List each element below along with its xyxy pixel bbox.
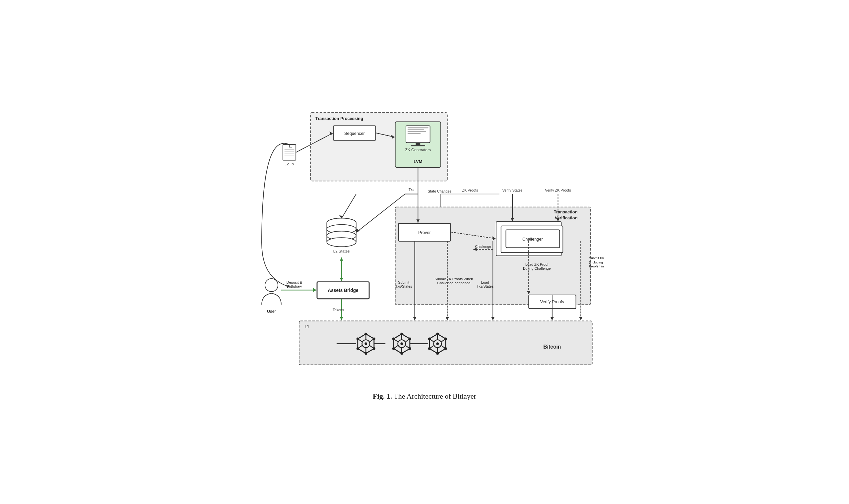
submit-zk2-label: Challenge happened — [437, 281, 471, 285]
verify-zk-label: Verify ZK Proofs — [545, 188, 571, 192]
svg-marker-116 — [491, 317, 495, 320]
tp-title: Transaction Processing — [315, 116, 363, 121]
deposit-withdraw-label: Deposit & — [287, 280, 302, 284]
sequencer-label: Sequencer — [344, 130, 365, 136]
svg-marker-103 — [340, 278, 343, 281]
svg-marker-102 — [340, 257, 343, 261]
load-txs2-label: Txs/States — [477, 284, 494, 288]
svg-point-45 — [364, 342, 367, 345]
svg-point-58 — [409, 347, 411, 349]
svg-point-76 — [428, 347, 431, 349]
load-zk2-label: During Challenge — [523, 266, 551, 270]
state-changes-label: State Changes — [428, 189, 452, 193]
svg-point-41 — [373, 347, 376, 349]
figure-label: Fig. 1. — [373, 392, 392, 400]
challenge-label: Challenge — [475, 244, 491, 248]
page-container: Transaction Processing Sequencer ZK Gene… — [226, 84, 623, 420]
svg-point-57 — [409, 337, 411, 340]
svg-point-44 — [357, 337, 359, 340]
svg-point-39 — [364, 332, 367, 335]
diagram-area: Transaction Processing Sequencer ZK Gene… — [245, 97, 604, 382]
fraud-label3: Proof) if invalid — [589, 265, 604, 268]
l2states-label: L2 States — [333, 249, 350, 253]
fraud-label2: (including the ZK — [589, 260, 604, 264]
svg-rect-7 — [408, 129, 424, 130]
svg-marker-105 — [340, 317, 343, 320]
svg-marker-91 — [356, 228, 360, 232]
svg-point-60 — [392, 347, 395, 349]
load-zk-label: Load ZK Proof — [525, 262, 549, 266]
lvm-label: LVM — [414, 159, 422, 164]
svg-marker-108 — [413, 317, 417, 320]
challenger-label: Challenger — [522, 236, 543, 241]
svg-point-40 — [373, 337, 376, 340]
user-label: User — [267, 308, 276, 313]
svg-marker-100 — [313, 288, 316, 292]
fraud-label1: Submit Fraud Proofs — [589, 256, 604, 259]
svg-point-78 — [436, 342, 439, 345]
bitcoin-label: Bitcoin — [543, 344, 561, 349]
l2tx-label: L2 Tx — [284, 162, 294, 166]
svg-point-61 — [392, 337, 395, 340]
svg-rect-6 — [408, 127, 429, 128]
svg-point-73 — [445, 337, 447, 340]
svg-point-74 — [445, 347, 447, 349]
verify-states-label: Verify States — [502, 188, 523, 192]
svg-point-62 — [400, 342, 403, 345]
svg-point-72 — [436, 332, 439, 335]
zk-gen-label: ZK Generators — [405, 147, 431, 151]
svg-point-56 — [400, 332, 403, 335]
tv-title: Transaction — [554, 210, 578, 214]
svg-point-77 — [428, 337, 431, 340]
svg-rect-9 — [408, 133, 420, 134]
prover-label: Prover — [418, 230, 431, 235]
svg-marker-124 — [551, 317, 554, 320]
zk-proofs-label: ZK Proofs — [462, 188, 478, 192]
figure-caption: Fig. 1. The Architecture of Bitlayer — [245, 392, 604, 401]
svg-rect-4 — [416, 143, 420, 145]
tokens-label: Tokens — [333, 307, 344, 311]
svg-rect-5 — [411, 145, 425, 146]
svg-point-59 — [400, 352, 403, 355]
architecture-diagram: Transaction Processing Sequencer ZK Gene… — [245, 97, 604, 382]
submit-zk-label: Submit ZK Proofs When — [434, 277, 473, 281]
figure-text: The Architecture of Bitlayer — [392, 392, 476, 400]
submit-txs2-label: Txs/States — [395, 284, 413, 288]
submit-txs-label: Submit — [398, 280, 409, 284]
svg-point-42 — [364, 352, 367, 355]
assets-bridge-label: Assets Bridge — [328, 288, 359, 293]
svg-point-21 — [327, 238, 356, 247]
svg-line-92 — [342, 194, 356, 218]
svg-marker-122 — [579, 317, 582, 320]
l1-label: L1 — [305, 324, 309, 329]
svg-point-22 — [265, 278, 278, 291]
load-txs-label: Load — [481, 280, 489, 284]
svg-point-75 — [436, 352, 439, 355]
svg-rect-8 — [408, 131, 426, 132]
svg-point-43 — [357, 347, 359, 349]
txs-label: Txs — [409, 187, 415, 191]
svg-marker-110 — [446, 317, 449, 320]
